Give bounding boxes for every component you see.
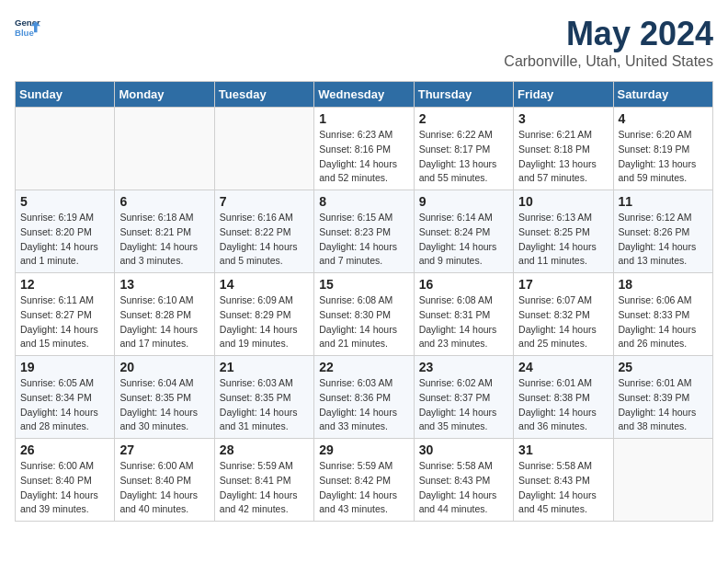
calendar-day-cell: 21Sunrise: 6:03 AMSunset: 8:35 PMDayligh… (214, 356, 313, 439)
logo-icon: General Blue (15, 15, 40, 40)
calendar-day-cell: 10Sunrise: 6:13 AMSunset: 8:25 PMDayligh… (514, 190, 613, 273)
calendar-day-cell: 23Sunrise: 6:02 AMSunset: 8:37 PMDayligh… (414, 356, 513, 439)
day-number: 7 (220, 194, 309, 209)
day-info: Sunrise: 6:00 AMSunset: 8:40 PMDaylight:… (119, 459, 209, 517)
calendar-day-cell: 13Sunrise: 6:10 AMSunset: 8:28 PMDayligh… (115, 273, 214, 356)
day-info: Sunrise: 5:58 AMSunset: 8:43 PMDaylight:… (518, 459, 608, 517)
day-number: 16 (419, 277, 508, 292)
day-number: 6 (119, 194, 209, 209)
day-number: 31 (518, 442, 608, 457)
day-info: Sunrise: 6:03 AMSunset: 8:36 PMDaylight:… (319, 376, 408, 434)
day-number: 21 (220, 360, 309, 374)
day-number: 11 (619, 194, 708, 209)
calendar-table: SundayMondayTuesdayWednesdayThursdayFrid… (15, 81, 713, 522)
weekday-header-cell: Friday (514, 82, 613, 108)
day-info: Sunrise: 6:10 AMSunset: 8:28 PMDaylight:… (119, 293, 209, 351)
day-info: Sunrise: 6:15 AMSunset: 8:23 PMDaylight:… (319, 211, 408, 269)
day-info: Sunrise: 6:08 AMSunset: 8:31 PMDaylight:… (419, 293, 508, 351)
calendar-day-cell: 31Sunrise: 5:58 AMSunset: 8:43 PMDayligh… (514, 439, 613, 522)
day-number: 3 (518, 111, 608, 126)
day-number: 19 (20, 360, 109, 374)
day-info: Sunrise: 6:01 AMSunset: 8:39 PMDaylight:… (619, 376, 708, 434)
calendar-day-cell (115, 108, 214, 190)
day-info: Sunrise: 6:07 AMSunset: 8:32 PMDaylight:… (518, 293, 608, 351)
calendar-week-row: 5Sunrise: 6:19 AMSunset: 8:20 PMDaylight… (16, 190, 713, 273)
day-info: Sunrise: 6:02 AMSunset: 8:37 PMDaylight:… (419, 376, 508, 434)
calendar-day-cell: 18Sunrise: 6:06 AMSunset: 8:33 PMDayligh… (613, 273, 712, 356)
day-info: Sunrise: 6:21 AMSunset: 8:18 PMDaylight:… (518, 128, 608, 186)
calendar-day-cell: 19Sunrise: 6:05 AMSunset: 8:34 PMDayligh… (16, 356, 115, 439)
day-info: Sunrise: 6:05 AMSunset: 8:34 PMDaylight:… (20, 376, 109, 434)
day-number: 20 (119, 360, 209, 374)
title-block: May 2024 Carbonville, Utah, United State… (504, 15, 713, 70)
day-info: Sunrise: 6:09 AMSunset: 8:29 PMDaylight:… (220, 293, 309, 351)
day-info: Sunrise: 5:58 AMSunset: 8:43 PMDaylight:… (419, 459, 508, 517)
calendar-day-cell: 29Sunrise: 5:59 AMSunset: 8:42 PMDayligh… (314, 439, 414, 522)
day-number: 28 (220, 442, 309, 457)
day-info: Sunrise: 6:22 AMSunset: 8:17 PMDaylight:… (419, 128, 508, 186)
day-info: Sunrise: 5:59 AMSunset: 8:41 PMDaylight:… (220, 459, 309, 517)
calendar-day-cell: 4Sunrise: 6:20 AMSunset: 8:19 PMDaylight… (613, 108, 712, 190)
day-number: 17 (518, 277, 608, 292)
weekday-header-cell: Sunday (16, 82, 115, 108)
day-info: Sunrise: 6:20 AMSunset: 8:19 PMDaylight:… (619, 128, 708, 186)
weekday-header-cell: Wednesday (314, 82, 414, 108)
day-number: 27 (119, 442, 209, 457)
day-info: Sunrise: 6:03 AMSunset: 8:35 PMDaylight:… (220, 376, 309, 434)
day-number: 29 (319, 442, 408, 457)
day-number: 23 (419, 360, 508, 374)
day-number: 10 (518, 194, 608, 209)
day-number: 18 (619, 277, 708, 292)
day-info: Sunrise: 6:18 AMSunset: 8:21 PMDaylight:… (119, 211, 209, 269)
day-info: Sunrise: 6:14 AMSunset: 8:24 PMDaylight:… (419, 211, 508, 269)
day-info: Sunrise: 6:19 AMSunset: 8:20 PMDaylight:… (20, 211, 109, 269)
location-title: Carbonville, Utah, United States (504, 53, 713, 70)
calendar-day-cell: 22Sunrise: 6:03 AMSunset: 8:36 PMDayligh… (314, 356, 414, 439)
calendar-week-row: 19Sunrise: 6:05 AMSunset: 8:34 PMDayligh… (16, 356, 713, 439)
weekday-header-cell: Thursday (414, 82, 513, 108)
day-info: Sunrise: 6:13 AMSunset: 8:25 PMDaylight:… (518, 211, 608, 269)
calendar-day-cell: 27Sunrise: 6:00 AMSunset: 8:40 PMDayligh… (115, 439, 214, 522)
day-info: Sunrise: 6:23 AMSunset: 8:16 PMDaylight:… (319, 128, 408, 186)
day-number: 15 (319, 277, 408, 292)
calendar-day-cell: 26Sunrise: 6:00 AMSunset: 8:40 PMDayligh… (16, 439, 115, 522)
calendar-day-cell (16, 108, 115, 190)
calendar-day-cell: 20Sunrise: 6:04 AMSunset: 8:35 PMDayligh… (115, 356, 214, 439)
calendar-day-cell: 9Sunrise: 6:14 AMSunset: 8:24 PMDaylight… (414, 190, 513, 273)
calendar-day-cell: 5Sunrise: 6:19 AMSunset: 8:20 PMDaylight… (16, 190, 115, 273)
calendar-week-row: 26Sunrise: 6:00 AMSunset: 8:40 PMDayligh… (16, 439, 713, 522)
day-number: 14 (220, 277, 309, 292)
day-number: 12 (20, 277, 109, 292)
day-info: Sunrise: 6:08 AMSunset: 8:30 PMDaylight:… (319, 293, 408, 351)
calendar-day-cell: 12Sunrise: 6:11 AMSunset: 8:27 PMDayligh… (16, 273, 115, 356)
month-title: May 2024 (504, 15, 713, 53)
day-info: Sunrise: 5:59 AMSunset: 8:42 PMDaylight:… (319, 459, 408, 517)
calendar-week-row: 12Sunrise: 6:11 AMSunset: 8:27 PMDayligh… (16, 273, 713, 356)
day-number: 2 (419, 111, 508, 126)
page-header: General Blue May 2024 Carbonville, Utah,… (15, 15, 713, 70)
day-info: Sunrise: 6:12 AMSunset: 8:26 PMDaylight:… (619, 211, 708, 269)
weekday-header-cell: Tuesday (214, 82, 313, 108)
day-number: 1 (319, 111, 408, 126)
day-info: Sunrise: 6:06 AMSunset: 8:33 PMDaylight:… (619, 293, 708, 351)
day-number: 8 (319, 194, 408, 209)
calendar-day-cell: 1Sunrise: 6:23 AMSunset: 8:16 PMDaylight… (314, 108, 414, 190)
day-number: 22 (319, 360, 408, 374)
calendar-day-cell: 30Sunrise: 5:58 AMSunset: 8:43 PMDayligh… (414, 439, 513, 522)
calendar-day-cell (613, 439, 712, 522)
calendar-day-cell: 16Sunrise: 6:08 AMSunset: 8:31 PMDayligh… (414, 273, 513, 356)
day-number: 5 (20, 194, 109, 209)
day-number: 30 (419, 442, 508, 457)
calendar-day-cell (214, 108, 313, 190)
weekday-header-cell: Monday (115, 82, 214, 108)
calendar-day-cell: 25Sunrise: 6:01 AMSunset: 8:39 PMDayligh… (613, 356, 712, 439)
day-info: Sunrise: 6:11 AMSunset: 8:27 PMDaylight:… (20, 293, 109, 351)
calendar-day-cell: 8Sunrise: 6:15 AMSunset: 8:23 PMDaylight… (314, 190, 414, 273)
calendar-day-cell: 28Sunrise: 5:59 AMSunset: 8:41 PMDayligh… (214, 439, 313, 522)
calendar-day-cell: 7Sunrise: 6:16 AMSunset: 8:22 PMDaylight… (214, 190, 313, 273)
calendar-week-row: 1Sunrise: 6:23 AMSunset: 8:16 PMDaylight… (16, 108, 713, 190)
calendar-day-cell: 24Sunrise: 6:01 AMSunset: 8:38 PMDayligh… (514, 356, 613, 439)
calendar-day-cell: 17Sunrise: 6:07 AMSunset: 8:32 PMDayligh… (514, 273, 613, 356)
logo: General Blue (15, 15, 40, 40)
day-number: 25 (619, 360, 708, 374)
